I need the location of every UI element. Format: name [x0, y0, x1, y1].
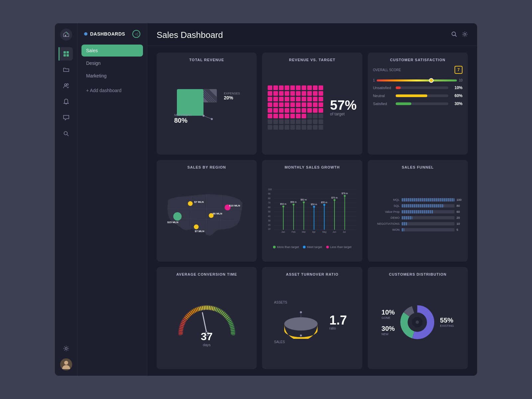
svg-text:$62 m: $62 m [301, 199, 307, 201]
svg-text:$10 MLN: $10 MLN [229, 204, 240, 207]
nav-item-design[interactable]: Design [81, 57, 143, 69]
dot-label: DASHBOARDS [84, 31, 125, 37]
card-avg-conversion: AVERAGE CONVERSION TIME [157, 267, 257, 369]
waffle-cell [268, 108, 272, 113]
svg-rect-3 [66, 54, 69, 57]
svg-point-11 [452, 32, 456, 36]
map-container: $7 MLN $15 MLN $7 MLN $6 MLN $10 MLN [162, 173, 251, 257]
waffle-cell [268, 85, 272, 90]
net-profit-label: NET PROFIT 80% [174, 113, 192, 124]
nav-item-sales[interactable]: Sales [81, 45, 143, 57]
total-revenue-title: TOTAL REVENUE [162, 58, 251, 62]
waffle-cell [285, 108, 289, 113]
waffle-cell [273, 97, 278, 101]
legend-meet-target: Meet target [303, 245, 322, 249]
nav-icons [60, 47, 73, 342]
header-actions [451, 31, 468, 39]
expenses-label: EXPENSES 20% [224, 92, 240, 100]
svg-text:$58 m: $58 m [291, 201, 297, 203]
add-dashboard-btn[interactable]: + Add dashboard [81, 84, 143, 96]
sales-funnel-title: SALES FUNNEL [373, 165, 463, 169]
svg-text:100: 100 [268, 188, 272, 190]
nav-icon-chat[interactable] [60, 111, 73, 124]
svg-text:Jul: Jul [343, 230, 346, 233]
waffle-cell [313, 85, 318, 90]
blue-dot [84, 32, 87, 36]
waffle-cell [268, 97, 272, 101]
card-asset-turnover: ASSET TURNOVER RATIO ASSETS [262, 267, 362, 369]
svg-point-74 [324, 204, 326, 206]
waffle-cell [290, 97, 295, 101]
score-slider[interactable] [377, 79, 457, 81]
csat-title: CUSTOMER SATISFACTION [373, 58, 463, 62]
waffle-cell [268, 119, 272, 124]
gauge-value: 37 [201, 331, 213, 343]
user-avatar[interactable] [60, 358, 72, 370]
score-badge: 7 [455, 66, 463, 74]
nav-icon-search[interactable] [60, 127, 73, 140]
nav-toggle-btn[interactable]: ◁ [132, 30, 140, 38]
nav-icon-folder[interactable] [60, 63, 73, 76]
svg-text:$55 m: $55 m [321, 201, 328, 203]
waffle-cell [307, 119, 312, 124]
svg-text:$15 MLN: $15 MLN [167, 221, 178, 224]
card-revenue-vs-target: REVENUE VS. TARGET 57% of target [262, 53, 362, 155]
svg-text:$79 m: $79 m [341, 192, 348, 195]
waffle-cell [279, 85, 284, 90]
funnel-row-sql: SQL 80 [373, 204, 463, 207]
waffle-cell [319, 91, 323, 96]
dist-label-new: 30% NEW [381, 325, 395, 336]
logo[interactable] [60, 29, 72, 41]
map-pin-15mln[interactable] [173, 212, 182, 220]
waffle-cell [290, 85, 295, 90]
sales-label: SALES [274, 340, 285, 344]
svg-point-78 [333, 199, 335, 201]
svg-rect-2 [64, 54, 66, 57]
svg-text:Jan: Jan [282, 230, 285, 233]
waffle-cell [290, 108, 295, 113]
waffle-cell [290, 119, 295, 124]
svg-point-62 [293, 203, 295, 205]
monthly-sales-title: MONTHLY SALES GROWTH [267, 165, 357, 169]
asset-content: ASSETS 1.7 [267, 280, 357, 364]
score-range: 1 10 [373, 78, 463, 82]
waffle-cell [307, 102, 312, 107]
waffle-cell [307, 114, 312, 118]
svg-line-12 [455, 35, 457, 37]
svg-point-137 [284, 317, 318, 331]
nav-icon-bell[interactable] [60, 95, 73, 108]
dashboard-grid: TOTAL REVENUE [147, 46, 477, 376]
svg-line-7 [67, 135, 68, 136]
svg-point-13 [464, 33, 466, 35]
waffle-cell [296, 119, 301, 124]
waffle-cell [273, 91, 278, 96]
waffle-cell [307, 85, 312, 90]
waffle-cell [313, 114, 318, 118]
waffle-cell [319, 114, 323, 118]
sat-row-neutral: Neutral 60% [373, 93, 463, 98]
settings-icon-sidebar[interactable] [60, 342, 72, 354]
nav-icon-users[interactable] [60, 79, 73, 92]
waffle-cell [285, 102, 289, 107]
card-total-revenue: TOTAL REVENUE [157, 53, 257, 155]
svg-text:Apr: Apr [312, 230, 316, 233]
waffle-cell [319, 108, 323, 113]
waffle-cell [302, 119, 306, 124]
svg-point-140 [300, 334, 302, 336]
waffle-cell [296, 85, 301, 90]
waffle-cell [279, 108, 284, 113]
nav-item-marketing[interactable]: Marketing [81, 70, 143, 82]
svg-point-26 [211, 118, 213, 120]
sales-region-title: SALES BY REGION [162, 165, 251, 169]
svg-rect-1 [66, 51, 69, 54]
overall-score-row: OVERALL SCORE 7 [373, 66, 463, 74]
svg-text:80: 80 [268, 197, 271, 199]
map-pin-7mln-north[interactable] [188, 201, 193, 206]
nav-icon-dashboard[interactable] [59, 47, 73, 61]
map-pin-7mln-south[interactable] [194, 224, 199, 229]
svg-text:60: 60 [268, 206, 271, 208]
target-pct-display: 57% of target [330, 98, 356, 116]
search-icon-header[interactable] [451, 31, 457, 39]
waffle-cell [302, 97, 306, 101]
settings-icon-header[interactable] [462, 31, 468, 39]
